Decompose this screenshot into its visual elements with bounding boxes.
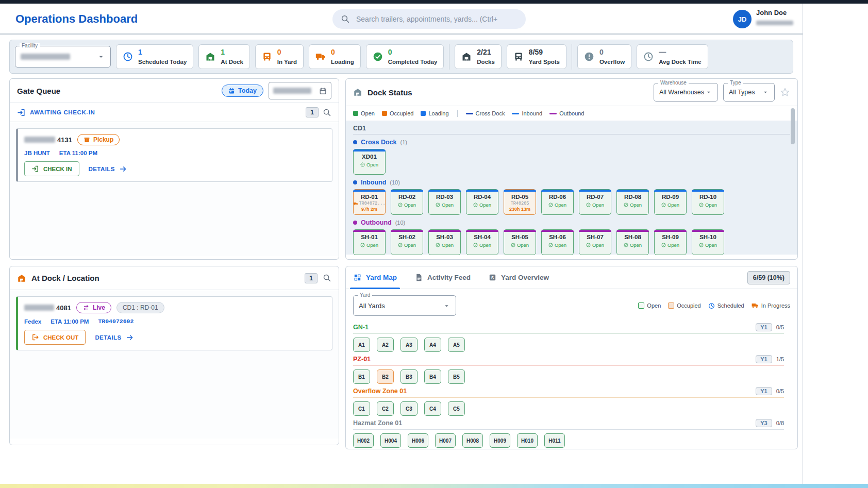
dock-card-rd-02[interactable]: RD-02Open [391, 189, 423, 215]
type-select[interactable]: Type All Types [723, 83, 775, 102]
yard-spot-a3[interactable]: A3 [400, 338, 418, 352]
global-search[interactable] [332, 9, 526, 29]
dock-card-sh-01[interactable]: SH-01Open [353, 229, 386, 255]
swap-arrows-icon [82, 304, 90, 311]
stat-card-in-yard[interactable]: 0In Yard [255, 44, 304, 69]
dock-card-sh-09[interactable]: SH-09Open [654, 229, 687, 255]
stat-card-at-dock[interactable]: 1At Dock [198, 44, 249, 69]
dock-type-bar [579, 230, 611, 232]
search-icon[interactable] [323, 274, 331, 282]
dock-card-rd-03[interactable]: RD-03Open [428, 189, 461, 215]
tab-yard-map[interactable]: Yard Map [353, 266, 397, 289]
yard-spot-c3[interactable]: C3 [400, 401, 418, 416]
dock-card-rd-01[interactable]: RD-01TR04072...97h 2m [353, 189, 386, 215]
dock-card-xd01[interactable]: XD01Open [353, 149, 386, 175]
date-input[interactable] [269, 82, 331, 99]
yard-spot-h004[interactable]: H004 [380, 433, 401, 448]
dock-card-sh-08[interactable]: SH-08Open [616, 229, 649, 255]
yard-spot-a2[interactable]: A2 [377, 338, 394, 352]
stat-card-scheduled-today[interactable]: 1Scheduled Today [116, 44, 193, 69]
clock-icon [643, 52, 654, 62]
dock-card-sh-10[interactable]: SH-10Open [692, 229, 724, 255]
yard-spot-c1[interactable]: C1 [353, 401, 370, 416]
stat-card-loading[interactable]: 0Loading [309, 44, 361, 69]
dock-card-rd-07[interactable]: RD-07Open [579, 189, 611, 215]
at-dock-panel: At Dock / Location 1 4081 [9, 266, 339, 445]
group-name: Outbound [361, 219, 392, 226]
details-link[interactable]: DETAILS [95, 333, 133, 342]
trailer-id-redacted [24, 137, 55, 143]
yard-spot-b2[interactable]: B2 [377, 369, 394, 384]
search-icon[interactable] [323, 108, 331, 117]
check-in-button[interactable]: CHECK IN [24, 161, 79, 176]
details-label: DETAILS [95, 334, 121, 341]
yard-select[interactable]: Yard All Yards [353, 295, 456, 316]
check-small-icon [436, 203, 440, 207]
dock-card-rd-09[interactable]: RD-09Open [654, 189, 687, 215]
spot-row: C1C2C3C4C5 [353, 401, 784, 416]
stat-card-completed-today[interactable]: 0Completed Today [366, 44, 444, 69]
yard-spot-b5[interactable]: B5 [448, 369, 465, 384]
user-menu[interactable]: JD John Doe [733, 9, 793, 28]
yard-spot-h002[interactable]: H002 [353, 433, 374, 448]
dock-card-sh-07[interactable]: SH-07Open [579, 229, 611, 255]
dock-card-rd-06[interactable]: RD-06Open [541, 189, 574, 215]
today-button[interactable]: Today [222, 85, 263, 97]
dock-card-sh-02[interactable]: SH-02Open [391, 229, 423, 255]
facility-select[interactable]: Facility [15, 46, 111, 68]
yard-spot-c2[interactable]: C2 [377, 401, 394, 416]
details-link[interactable]: DETAILS [89, 165, 127, 173]
yard-spot-a1[interactable]: A1 [353, 338, 370, 352]
yard-spot-h008[interactable]: H008 [462, 433, 483, 448]
gate-queue-panel: Gate Queue Today [9, 78, 339, 260]
yard-spot-h010[interactable]: H010 [517, 433, 538, 448]
trailer-id-suffix: 4131 [57, 136, 72, 144]
pickup-badge-label: Pickup [93, 136, 113, 143]
dock-card-rd-04[interactable]: RD-04Open [466, 189, 498, 215]
calendar-icon[interactable] [319, 87, 327, 95]
avatar[interactable]: JD [733, 10, 752, 28]
yard-spot-b1[interactable]: B1 [353, 369, 370, 384]
yard-spot-b3[interactable]: B3 [400, 369, 418, 384]
stat-card-docks[interactable]: 2/21Docks [455, 44, 502, 69]
check-in-icon [17, 108, 26, 117]
at-dock-title: At Dock / Location [31, 274, 99, 282]
yard-spot-h009[interactable]: H009 [490, 433, 510, 448]
dock-card-sh-03[interactable]: SH-03Open [428, 229, 461, 255]
yard-spot-b4[interactable]: B4 [424, 369, 441, 384]
gate-queue-entry[interactable]: 4131 Pickup JB HUNT ETA 11: [16, 128, 332, 182]
dock-code: RD-07 [579, 194, 611, 200]
yard-spot-h007[interactable]: H007 [435, 433, 456, 448]
check-out-button[interactable]: CHECK OUT [24, 330, 86, 345]
dock-status-label: Open [555, 202, 566, 208]
header: Operations Dashboard JD John Doe [0, 4, 803, 35]
dock-card-sh-06[interactable]: SH-06Open [541, 229, 574, 255]
arrow-right-icon [119, 165, 127, 173]
dock-card-sh-04[interactable]: SH-04Open [466, 229, 498, 255]
dock-card-sh-05[interactable]: SH-05Open [504, 229, 536, 255]
stat-card-avg-dock-time[interactable]: —Avg Dock Time [637, 44, 708, 69]
at-dock-entry[interactable]: 4081 Live CD1 : RD-01 Fedex [16, 296, 332, 350]
stat-card-yard-spots[interactable]: 8/59Yard Spots [507, 44, 566, 69]
yard-spot-a5[interactable]: A5 [448, 338, 465, 352]
dock-card-rd-10[interactable]: RD-10Open [692, 189, 724, 215]
yard-spot-a4[interactable]: A4 [424, 338, 441, 352]
dock-code: RD-03 [429, 194, 460, 200]
tab-yard-overview[interactable]: SYard Overview [488, 266, 549, 289]
trailer-number: TR04072602 [98, 318, 133, 325]
stat-card-overflow[interactable]: 0Overflow [577, 44, 631, 69]
warehouse-select[interactable]: Warehouse All Warehouses [654, 83, 718, 102]
dock-card-rd-05[interactable]: RD-05TR40205230h 13m [504, 189, 536, 215]
dock-card-rd-08[interactable]: RD-08Open [616, 189, 649, 215]
tab-activity-feed[interactable]: Activity Feed [414, 266, 471, 289]
star-icon[interactable] [780, 87, 790, 97]
dock-code: RD-01 [354, 194, 385, 200]
yard-spot-c4[interactable]: C4 [424, 401, 441, 416]
search-input[interactable] [356, 15, 518, 23]
dock-status-label: Open [404, 242, 416, 248]
yard-spot-c5[interactable]: C5 [448, 401, 465, 416]
dock-type-bar [353, 190, 386, 192]
yard-spot-h011[interactable]: H011 [544, 433, 565, 448]
yard-spot-h006[interactable]: H006 [408, 433, 428, 448]
zone-name: Hazmat Zone 01 [353, 419, 402, 427]
